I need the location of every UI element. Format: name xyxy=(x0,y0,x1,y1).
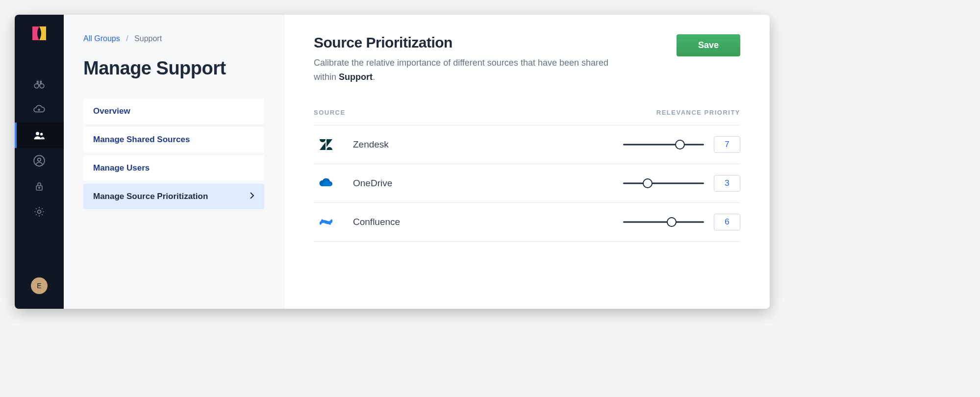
subnav-item-0[interactable]: Overview xyxy=(83,99,264,124)
chevron-right-icon xyxy=(250,192,254,201)
rail-item-sync[interactable] xyxy=(15,97,64,123)
svg-point-7 xyxy=(39,187,40,189)
source-name: Confluence xyxy=(353,217,623,227)
svg-point-1 xyxy=(40,84,44,88)
onedrive-icon xyxy=(319,176,333,191)
priority-control: 6 xyxy=(623,214,740,230)
breadcrumb-current: Support xyxy=(134,34,162,43)
svg-point-0 xyxy=(34,84,39,88)
users-icon xyxy=(32,128,46,142)
source-row: Zendesk7 xyxy=(314,125,740,164)
app-window: E All Groups / Support Manage Support Ov… xyxy=(15,15,770,309)
table-header: SOURCE RELEVANCE PRIORITY xyxy=(314,109,740,125)
zendesk-icon xyxy=(319,137,333,152)
priority-value[interactable]: 3 xyxy=(714,175,740,192)
priority-control: 7 xyxy=(623,136,740,153)
priority-slider[interactable] xyxy=(623,217,704,227)
lock-icon xyxy=(33,180,45,192)
section-title: Source Prioritization xyxy=(314,34,628,51)
source-name: Zendesk xyxy=(353,139,623,150)
svg-point-4 xyxy=(34,155,45,166)
breadcrumb-separator: / xyxy=(126,34,128,43)
svg-point-8 xyxy=(38,210,41,214)
rail-item-discover[interactable] xyxy=(15,72,64,97)
source-row: Confluence6 xyxy=(314,203,740,242)
subnav-item-label: Overview xyxy=(93,106,130,116)
priority-value[interactable]: 6 xyxy=(714,214,740,230)
priority-control: 3 xyxy=(623,175,740,192)
save-button[interactable]: Save xyxy=(677,34,740,56)
confluence-icon xyxy=(319,215,333,229)
source-row: OneDrive3 xyxy=(314,164,740,203)
person-circle-icon xyxy=(33,154,46,167)
priority-slider[interactable] xyxy=(623,140,704,149)
rail-item-account[interactable] xyxy=(15,148,64,174)
nav-rail: E xyxy=(15,15,64,309)
subnav-item-3[interactable]: Manage Source Prioritization xyxy=(83,184,264,209)
source-rows: Zendesk7OneDrive3Confluence6 xyxy=(314,125,740,242)
subnav-item-1[interactable]: Manage Shared Sources xyxy=(83,127,264,152)
rail-item-groups[interactable] xyxy=(15,123,64,148)
page-title: Manage Support xyxy=(83,58,264,79)
subnav-list: OverviewManage Shared SourcesManage User… xyxy=(83,99,264,209)
priority-value[interactable]: 7 xyxy=(714,136,740,153)
group-name: Support xyxy=(339,72,373,82)
svg-point-2 xyxy=(36,132,39,135)
gear-icon xyxy=(33,205,46,218)
subnav-item-label: Manage Source Prioritization xyxy=(93,192,208,201)
avatar-initial: E xyxy=(37,282,41,290)
binoculars-icon xyxy=(33,78,46,91)
cloud-sync-icon xyxy=(33,103,46,116)
main-header: Source Prioritization Calibrate the rela… xyxy=(314,34,740,84)
breadcrumb-root-link[interactable]: All Groups xyxy=(83,34,120,43)
side-panel: All Groups / Support Manage Support Over… xyxy=(64,15,284,309)
priority-slider[interactable] xyxy=(623,178,704,188)
subnav-item-label: Manage Shared Sources xyxy=(93,135,190,145)
main-content: Source Prioritization Calibrate the rela… xyxy=(284,15,770,309)
avatar[interactable]: E xyxy=(31,277,48,294)
subnav-item-label: Manage Users xyxy=(93,163,150,173)
subnav-item-2[interactable]: Manage Users xyxy=(83,155,264,181)
source-name: OneDrive xyxy=(353,178,623,189)
breadcrumb: All Groups / Support xyxy=(83,34,264,43)
svg-point-3 xyxy=(40,133,43,135)
col-source: SOURCE xyxy=(314,109,346,116)
svg-point-5 xyxy=(38,158,41,162)
rail-item-security[interactable] xyxy=(15,174,64,199)
section-description: Calibrate the relative importance of dif… xyxy=(314,56,628,84)
rail-item-settings[interactable] xyxy=(15,199,64,224)
logo-icon xyxy=(30,25,48,42)
col-priority: RELEVANCE PRIORITY xyxy=(656,109,740,116)
